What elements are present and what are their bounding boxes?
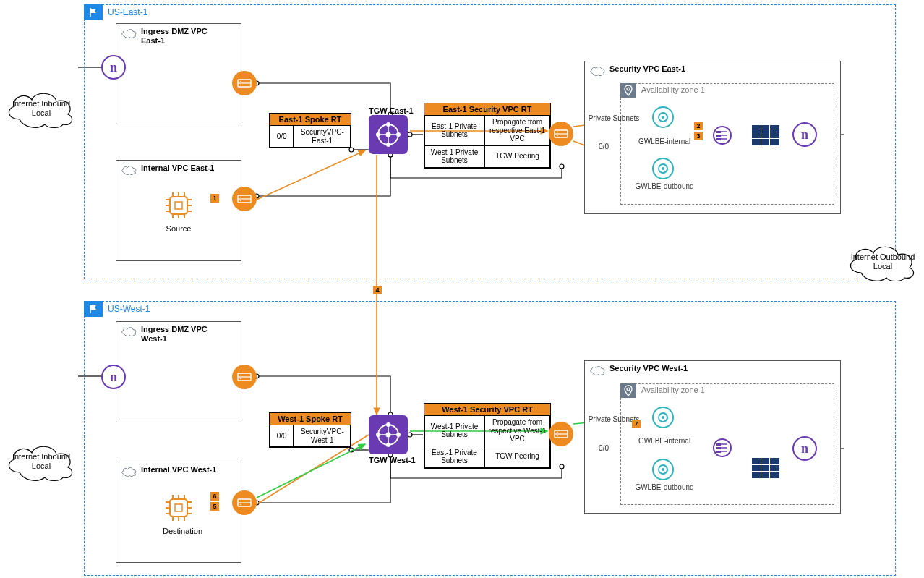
cloud-icon — [589, 64, 605, 77]
gwlbe-outbound-icon — [652, 459, 674, 480]
source-label: Source — [163, 224, 194, 233]
nat-icon: n — [792, 122, 817, 147]
rt-title: East-1 Spoke RT — [270, 114, 351, 126]
rt-cell: West-1 Private Subnets — [424, 416, 484, 446]
gwlbe-internal-icon — [652, 407, 674, 428]
vpc-title: Security VPC East-1 — [609, 64, 685, 74]
step-7: 7 — [632, 420, 641, 428]
region-label-west: US-West-1 — [108, 304, 150, 314]
destination-chip: Destination — [163, 492, 194, 535]
vpc-title: Internal VPC West-1 — [141, 465, 216, 475]
source-chip: Source — [163, 190, 194, 233]
tgw-attachment-icon — [232, 187, 257, 211]
cloud-internet-outbound-east: Internet Outbound Local — [843, 240, 923, 284]
rt-cell: East-1 Private Subnets — [424, 446, 484, 468]
firewall-icon — [752, 125, 779, 145]
rt-cell: SecurityVPC-East-1 — [294, 126, 351, 148]
pin-icon — [620, 83, 636, 98]
gwlbe-internal-icon — [652, 106, 674, 128]
transit-gateway-icon — [369, 115, 408, 154]
step-3: 3 — [694, 132, 703, 140]
rt-cell: 0/0 — [270, 126, 294, 148]
rt-title: West-1 Spoke RT — [270, 413, 351, 425]
cloud-icon — [121, 163, 137, 177]
gwlbe-outbound-label: GWLBE-outbound — [632, 182, 697, 190]
gwlbe-internal-label: GWLBE-internal — [632, 437, 697, 445]
route-table-secvpc-west: West-1 Security VPC RT West-1 Private Su… — [424, 403, 551, 469]
transit-gateway-icon — [369, 415, 408, 454]
rt-title: East-1 Security VPC RT — [424, 103, 550, 116]
route-table-spoke-west: West-1 Spoke RT 0/0 SecurityVPC-West-1 — [269, 412, 351, 448]
step-2: 2 — [694, 122, 703, 130]
vpc-title: Security VPC West-1 — [609, 364, 688, 373]
az-label: Availability zone 1 — [641, 386, 705, 394]
gwlbe-outbound-label: GWLBE-outbound — [632, 483, 697, 491]
nat-icon: n — [101, 365, 126, 389]
edge-label-default: 0/0 — [593, 143, 615, 150]
region-label-east: US-East-1 — [108, 7, 147, 17]
cloud-label: Internet Inbound Local — [1, 452, 81, 471]
nat-icon: n — [101, 55, 126, 80]
step-1: 1 — [210, 194, 219, 203]
tgw-attachment-icon — [549, 122, 573, 146]
step-4: 4 — [373, 286, 382, 294]
rt-cell: TGW Peering — [484, 146, 550, 168]
tgw-attachment-icon — [232, 71, 257, 95]
az-label: Availability zone 1 — [641, 85, 705, 94]
vpc-title: Internal VPC East-1 — [141, 163, 214, 173]
edge-label-default: 0/0 — [593, 444, 615, 452]
gwlbe-internal-label: GWLBE-internal — [632, 137, 697, 145]
cloud-label: Internet Outbound Local — [843, 252, 923, 271]
vpc-title: Ingress DMZ VPC East-1 — [141, 27, 228, 46]
vpc-title: Ingress DMZ VPC West-1 — [141, 325, 228, 344]
gwlbe-outbound-icon — [652, 158, 674, 179]
rt-cell: Propagate from respective East-1 VPC — [484, 116, 550, 146]
gateway-load-balancer-icon — [711, 124, 733, 146]
gateway-load-balancer-icon — [711, 437, 733, 459]
cloud-icon — [589, 364, 605, 377]
tgw-label: TGW East-1 — [369, 106, 414, 115]
rt-cell: West-1 Private Subnets — [424, 146, 484, 168]
rt-cell: East-1 Private Subnets — [424, 116, 484, 146]
destination-label: Destination — [163, 527, 194, 535]
rt-title: West-1 Security VPC RT — [424, 404, 550, 416]
route-table-spoke-east: East-1 Spoke RT 0/0 SecurityVPC-East-1 — [269, 113, 351, 148]
tgw-attachment-icon — [549, 422, 573, 446]
cloud-icon — [121, 465, 137, 478]
step-6: 6 — [210, 492, 219, 501]
pin-icon — [620, 383, 636, 398]
tgw-east: TGW East-1 — [369, 105, 414, 154]
edge-label-private-subnets: Private Subnets — [583, 114, 645, 122]
cloud-internet-inbound-east: Internet Inbound Local — [1, 87, 81, 130]
cloud-icon — [121, 27, 137, 40]
tgw-attachment-icon — [232, 365, 257, 389]
nat-icon: n — [792, 436, 817, 461]
firewall-icon — [752, 458, 779, 478]
cloud-icon — [121, 325, 137, 338]
flag-icon — [84, 301, 103, 317]
rt-cell: Propagate from respective West-1 VPC — [484, 416, 550, 446]
vpc-ingress-east: Ingress DMZ VPC East-1 — [116, 23, 241, 124]
step-5: 5 — [210, 502, 219, 511]
rt-cell: SecurityVPC-West-1 — [294, 425, 351, 447]
rt-cell: TGW Peering — [484, 446, 550, 468]
flag-icon — [84, 4, 103, 20]
cloud-label: Internet Inbound Local — [1, 99, 81, 118]
vpc-ingress-west: Ingress DMZ VPC West-1 — [116, 321, 241, 422]
rt-cell: 0/0 — [270, 425, 294, 447]
tgw-west: TGW West-1 — [369, 415, 416, 464]
tgw-attachment-icon — [232, 490, 257, 515]
tgw-label: TGW West-1 — [369, 456, 416, 464]
cloud-internet-inbound-west: Internet Inbound Local — [1, 440, 81, 483]
route-table-secvpc-east: East-1 Security VPC RT East-1 Private Su… — [424, 103, 551, 169]
